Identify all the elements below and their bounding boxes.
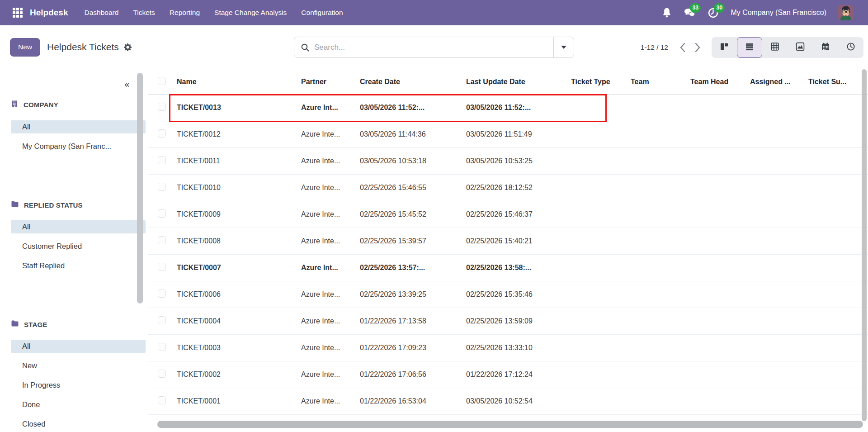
- navbar-menu-item-reporting[interactable]: Reporting: [170, 9, 200, 17]
- sidebar-item-company-my-company-san-franc[interactable]: My Company (San Franc...: [11, 140, 146, 153]
- table-row[interactable]: TICKET/0001Azure Inte...01/22/2026 16:53…: [148, 388, 868, 415]
- cell-name: TICKET/0011: [177, 157, 301, 165]
- chevron-down-icon: [561, 46, 566, 49]
- column-header-name[interactable]: Name: [177, 78, 301, 86]
- table-row[interactable]: TICKET/0004Azure Inte...01/22/2026 17:13…: [148, 308, 868, 335]
- table-row[interactable]: TICKET/0011Azure Inte...03/05/2026 10:53…: [148, 148, 868, 175]
- sidebar-item-stage-all[interactable]: All: [11, 340, 146, 353]
- new-button[interactable]: New: [10, 38, 40, 57]
- column-header-partner[interactable]: Partner: [301, 78, 360, 86]
- row-checkbox[interactable]: [158, 156, 166, 164]
- table-row[interactable]: TICKET/0013Azure Int...03/05/2026 11:52:…: [148, 95, 868, 121]
- apps-menu-icon[interactable]: [13, 8, 23, 18]
- sidebar-item-stage-done[interactable]: Done: [11, 398, 146, 411]
- table-row[interactable]: TICKET/0012Azure Inte...03/05/2026 11:44…: [148, 121, 868, 148]
- table-row[interactable]: TICKET/0002Azure Inte...01/22/2026 17:06…: [148, 361, 868, 388]
- sidebar-section-header: REPLIED STATUS: [0, 200, 148, 209]
- view-button-kanban[interactable]: [712, 37, 737, 58]
- row-checkbox-cell: [148, 103, 177, 113]
- sidebar-item-replied-status-all[interactable]: All: [11, 220, 146, 233]
- sidebar-section-label: REPLIED STATUS: [24, 201, 83, 209]
- pager-previous-button[interactable]: [675, 40, 690, 55]
- list-icon: [745, 42, 754, 53]
- company-switcher[interactable]: My Company (San Francisco): [731, 9, 826, 17]
- sidebar-collapse-button[interactable]: «: [0, 69, 148, 92]
- cell-create-date: 02/25/2026 13:57:...: [360, 264, 466, 272]
- cell-name: TICKET/0007: [177, 264, 301, 272]
- search-input[interactable]: [314, 43, 553, 52]
- row-checkbox[interactable]: [158, 183, 166, 191]
- cell-create-date: 01/22/2026 17:06:56: [360, 370, 466, 379]
- row-checkbox-cell: [148, 263, 177, 273]
- navbar-menu-item-dashboard[interactable]: Dashboard: [84, 9, 118, 17]
- app-name[interactable]: Helpdesk: [30, 8, 68, 18]
- table-row[interactable]: TICKET/0007Azure Int...02/25/2026 13:57:…: [148, 255, 868, 281]
- pager-next-button[interactable]: [690, 40, 705, 55]
- view-button-list[interactable]: [737, 37, 762, 58]
- sidebar-item-stage-in-progress[interactable]: In Progress: [11, 379, 146, 392]
- column-header-team-head[interactable]: Team Head: [690, 78, 750, 86]
- messages-badge: 33: [690, 3, 701, 13]
- column-header-ticket-su[interactable]: Ticket Su...: [808, 78, 868, 86]
- calendar-icon: [821, 42, 830, 53]
- row-checkbox[interactable]: [158, 263, 166, 271]
- navbar-menu-item-stage-change-analysis[interactable]: Stage Change Analysis: [214, 9, 287, 17]
- sidebar-item-stage-closed[interactable]: Closed: [11, 418, 146, 431]
- activities-clock-icon[interactable]: 30: [708, 7, 719, 19]
- sidebar-item-stage-new[interactable]: New: [11, 359, 146, 372]
- row-checkbox-cell: [148, 209, 177, 219]
- row-checkbox[interactable]: [158, 103, 166, 111]
- control-panel: New Helpdesk Tickets 1-12 / 12: [0, 25, 868, 69]
- row-checkbox-cell: [148, 316, 177, 326]
- horizontal-scrollbar[interactable]: [157, 421, 863, 428]
- column-header-last-update-date[interactable]: Last Update Date: [466, 78, 571, 86]
- select-all-checkbox[interactable]: [158, 77, 166, 85]
- search-dropdown-toggle[interactable]: [554, 37, 574, 57]
- cell-last-update-date: 02/25/2026 18:12:52: [466, 184, 571, 192]
- table-row[interactable]: TICKET/0009Azure Inte...02/25/2026 15:45…: [148, 201, 868, 228]
- user-avatar[interactable]: [838, 5, 854, 20]
- notifications-bell-icon[interactable]: [662, 7, 672, 18]
- view-button-calendar[interactable]: [813, 37, 838, 58]
- sidebar-section-label: STAGE: [24, 321, 47, 328]
- navbar-menu-item-configuration[interactable]: Configuration: [301, 9, 343, 17]
- cell-create-date: 02/25/2026 13:39:25: [360, 290, 466, 299]
- table-row[interactable]: TICKET/0008Azure Inte...02/25/2026 15:39…: [148, 228, 868, 255]
- vertical-scrollbar-thumb[interactable]: [862, 69, 867, 421]
- sidebar-item-replied-status-customer-replied[interactable]: Customer Replied: [11, 240, 146, 253]
- row-checkbox[interactable]: [158, 129, 166, 138]
- folder-icon: [11, 200, 19, 209]
- row-checkbox[interactable]: [158, 316, 166, 324]
- sidebar-section-header: COMPANY: [0, 100, 148, 109]
- view-button-pivot[interactable]: [762, 37, 788, 58]
- column-header-assigned[interactable]: Assigned ...: [750, 78, 808, 86]
- column-header-ticket-type[interactable]: Ticket Type: [571, 78, 631, 86]
- column-header-team[interactable]: Team: [631, 78, 690, 86]
- sidebar-item-company-all[interactable]: All: [11, 120, 146, 133]
- pager-and-views: 1-12 / 12: [641, 25, 863, 69]
- pivot-icon: [770, 42, 779, 53]
- row-checkbox[interactable]: [158, 290, 166, 298]
- view-button-graph[interactable]: [788, 37, 813, 58]
- messages-icon[interactable]: 33: [684, 7, 696, 18]
- row-checkbox[interactable]: [158, 343, 166, 351]
- table-row[interactable]: TICKET/0006Azure Inte...02/25/2026 13:39…: [148, 281, 868, 308]
- sidebar-scrollbar[interactable]: [137, 69, 143, 432]
- table-row[interactable]: TICKET/0003Azure Inte...01/22/2026 17:09…: [148, 335, 868, 361]
- cell-name: TICKET/0006: [177, 290, 301, 299]
- row-checkbox[interactable]: [158, 396, 166, 404]
- navbar-menu-item-tickets[interactable]: Tickets: [133, 9, 155, 17]
- sidebar-item-replied-status-staff-replied[interactable]: Staff Replied: [11, 259, 146, 272]
- view-button-activity[interactable]: [838, 37, 863, 58]
- cell-name: TICKET/0003: [177, 344, 301, 352]
- cell-name: TICKET/0009: [177, 210, 301, 218]
- gear-icon[interactable]: [123, 43, 132, 52]
- row-checkbox[interactable]: [158, 370, 166, 378]
- row-checkbox[interactable]: [158, 236, 166, 244]
- column-header-create-date[interactable]: Create Date: [360, 78, 466, 86]
- sidebar-scrollbar-thumb[interactable]: [137, 73, 143, 304]
- table-row[interactable]: TICKET/0010Azure Inte...02/25/2026 15:46…: [148, 175, 868, 201]
- cell-partner: Azure Inte...: [301, 157, 360, 165]
- row-checkbox-cell: [148, 343, 177, 353]
- row-checkbox[interactable]: [158, 209, 166, 218]
